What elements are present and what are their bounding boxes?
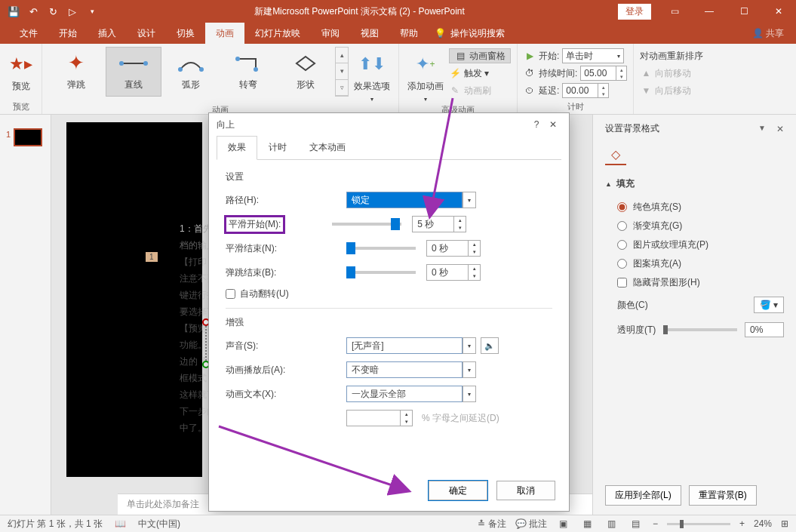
- smooth-start-value[interactable]: 5 秒: [412, 216, 454, 232]
- enhance-section-title: 增强: [226, 316, 552, 329]
- tab-help[interactable]: 帮助: [389, 23, 429, 44]
- redo-icon[interactable]: ↻: [44, 2, 62, 20]
- group-label-timing: 计时: [524, 100, 627, 112]
- zoom-slider[interactable]: [667, 523, 730, 525]
- lightbulb-icon: 💡: [435, 28, 446, 38]
- radio-picture-fill[interactable]: 图片或纹理填充(P): [605, 235, 784, 254]
- pane-close-icon[interactable]: ✕: [776, 124, 784, 134]
- language-indicator[interactable]: 中文(中国): [138, 518, 180, 530]
- delay-spin[interactable]: 00.00▴▾: [562, 83, 609, 98]
- animation-painter-button: ✎动画刷: [449, 83, 511, 98]
- fill-section-toggle[interactable]: ▲填充: [605, 177, 784, 190]
- dtab-effect[interactable]: 效果: [217, 136, 257, 160]
- tab-insert[interactable]: 插入: [88, 23, 127, 44]
- minimize-icon[interactable]: —: [692, 0, 727, 23]
- save-icon[interactable]: 💾: [5, 2, 23, 20]
- transparency-slider[interactable]: [663, 328, 737, 331]
- dialog-help-icon[interactable]: ?: [528, 119, 545, 130]
- start-slideshow-icon[interactable]: ▷: [63, 2, 81, 20]
- start-combo[interactable]: 单击时▾: [562, 48, 624, 63]
- radio-solid-fill[interactable]: 纯色填充(S): [605, 198, 784, 217]
- ok-button[interactable]: 确定: [429, 481, 487, 500]
- preview-button[interactable]: ★▸预览: [6, 47, 35, 93]
- smooth-start-spin[interactable]: ▴▾: [454, 216, 466, 232]
- zoom-value[interactable]: 24%: [754, 518, 772, 529]
- tab-slideshow[interactable]: 幻灯片放映: [244, 23, 311, 44]
- fill-category-icon[interactable]: ◇: [605, 144, 626, 165]
- tell-me-search[interactable]: 💡 操作说明搜索: [435, 27, 505, 40]
- title-bar: 💾 ↶ ↻ ▷ ▾ 新建Microsoft PowerPoint 演示文稿 (2…: [0, 0, 796, 23]
- login-button[interactable]: 登录: [618, 4, 651, 20]
- smooth-end-value[interactable]: 0 秒: [426, 240, 469, 257]
- close-icon[interactable]: ✕: [761, 0, 796, 23]
- notes-toggle[interactable]: ≛ 备注: [478, 518, 506, 530]
- color-picker[interactable]: 🪣 ▾: [754, 297, 784, 313]
- maximize-icon[interactable]: ☐: [727, 0, 761, 23]
- tab-home[interactable]: 开始: [48, 23, 88, 44]
- dialog-close-icon[interactable]: ✕: [545, 119, 561, 130]
- spellcheck-icon[interactable]: 📖: [115, 518, 126, 529]
- sorter-view-icon[interactable]: ▦: [580, 518, 595, 530]
- bounce-end-slider[interactable]: [346, 271, 416, 274]
- share-button[interactable]: 👤 共享: [752, 27, 784, 40]
- trigger-button[interactable]: ⚡触发 ▾: [449, 66, 511, 81]
- slide-thumbnail[interactable]: 1: [6, 130, 45, 145]
- smooth-end-spin[interactable]: ▴▾: [469, 240, 481, 257]
- delay-label: 延迟:: [539, 85, 559, 97]
- bounce-end-label: 弹跳结束(B):: [226, 266, 346, 279]
- comments-toggle[interactable]: 💬 批注: [515, 518, 547, 530]
- sound-volume-icon[interactable]: 🔈: [481, 337, 499, 354]
- anim-text-combo[interactable]: 一次显示全部: [346, 386, 463, 402]
- radio-gradient-fill[interactable]: 渐变填充(G): [605, 217, 784, 235]
- bounce-end-value[interactable]: 0 秒: [426, 264, 469, 281]
- duration-spin[interactable]: 05.00▴▾: [580, 66, 627, 81]
- sound-combo[interactable]: [无声音]: [346, 337, 463, 354]
- tab-review[interactable]: 审阅: [311, 23, 350, 44]
- animation-gallery[interactable]: ✦弹跳 直线 弧形 转弯 形状 ▴▾▿: [48, 47, 349, 97]
- smooth-end-slider[interactable]: [346, 247, 416, 250]
- after-anim-combo[interactable]: 不变暗: [346, 361, 463, 378]
- slide-indicator[interactable]: 幻灯片 第 1 张，共 1 张: [8, 518, 103, 530]
- transparency-value[interactable]: 0%: [745, 322, 784, 337]
- zoom-in-icon[interactable]: +: [739, 518, 745, 529]
- zoom-out-icon[interactable]: −: [653, 518, 658, 529]
- path-combo[interactable]: 锁定: [346, 192, 463, 208]
- undo-icon[interactable]: ↶: [24, 2, 42, 20]
- effect-options-button[interactable]: ⬆⬇效果选项▾: [352, 47, 392, 103]
- tab-design[interactable]: 设计: [127, 23, 166, 44]
- gallery-scroll[interactable]: ▴▾▿: [335, 47, 349, 97]
- tab-file[interactable]: 文件: [9, 23, 48, 44]
- reading-view-icon[interactable]: ▥: [604, 518, 619, 530]
- dtab-timing[interactable]: 计时: [257, 136, 298, 159]
- ribbon-tabs: 文件 开始 插入 设计 切换 动画 幻灯片放映 审阅 视图 帮助 💡 操作说明搜…: [0, 23, 796, 44]
- tab-transitions[interactable]: 切换: [166, 23, 205, 44]
- pane-dropdown-icon[interactable]: ▼: [758, 124, 766, 134]
- radio-pattern-fill[interactable]: 图案填充(A): [605, 254, 784, 273]
- window-title: 新建Microsoft PowerPoint 演示文稿 (2) - PowerP…: [101, 5, 618, 18]
- qat-more-icon[interactable]: ▾: [83, 2, 101, 20]
- auto-reverse-check[interactable]: 自动翻转(U): [226, 288, 552, 300]
- reset-bg-button[interactable]: 重置背景(B): [689, 485, 757, 506]
- animation-pane-button[interactable]: ▤动画窗格: [449, 48, 511, 63]
- add-animation-button[interactable]: ✦+添加动画▾: [405, 47, 446, 103]
- animation-tag[interactable]: 1: [146, 252, 158, 262]
- tab-view[interactable]: 视图: [350, 23, 389, 44]
- hide-bg-graphics-check[interactable]: 隐藏背景图形(H): [605, 273, 784, 292]
- move-earlier-button: ▲向前移动: [640, 66, 703, 81]
- normal-view-icon[interactable]: ▣: [556, 518, 571, 530]
- dtab-text-anim[interactable]: 文本动画: [298, 136, 357, 159]
- ribbon-options-icon[interactable]: ▭: [657, 0, 692, 23]
- svg-point-4: [199, 67, 204, 72]
- bounce-end-spin[interactable]: ▴▾: [469, 264, 481, 281]
- smooth-start-slider[interactable]: [332, 223, 401, 226]
- effect-options-dialog: 向上 ? ✕ 效果 计时 文本动画 设置 路径(H): 锁定 ▾ 平滑开始(M)…: [208, 112, 570, 512]
- fit-window-icon[interactable]: ⊞: [781, 518, 788, 529]
- transparency-label: 透明度(T): [617, 324, 656, 337]
- tab-animations[interactable]: 动画: [205, 23, 244, 44]
- slideshow-view-icon[interactable]: ▤: [629, 518, 644, 530]
- apply-all-button[interactable]: 应用到全部(L): [605, 485, 681, 506]
- letter-delay-spin: [346, 410, 401, 426]
- path-combo-arrow[interactable]: ▾: [463, 192, 476, 208]
- cancel-button[interactable]: 取消: [496, 481, 555, 500]
- slide-thumbnail-pane[interactable]: 1: [0, 115, 51, 515]
